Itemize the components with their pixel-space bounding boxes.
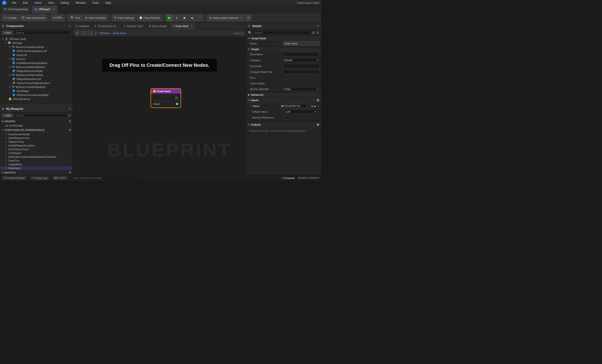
tree-item-widgetright[interactable]: 🔷 WidgetInteractionRight bbox=[0, 69, 73, 73]
graph-tab-drawhand[interactable]: ƒ Draw Hand ✕ bbox=[170, 22, 196, 30]
content-drawer-button[interactable]: ⊞ Content Drawer bbox=[2, 176, 27, 180]
details-close[interactable]: ✕ bbox=[317, 24, 319, 28]
func-constructionscript[interactable]: ƒ ConstructionScript bbox=[0, 132, 73, 136]
compile-button[interactable]: ✔ Compile bbox=[2, 15, 19, 21]
tree-item-niagara[interactable]: ✨ TeleportTraceNiagaraSystem bbox=[0, 81, 73, 85]
func-teleporttrace[interactable]: ƒ TeleportTrace bbox=[0, 140, 73, 144]
tree-item-vrnotifications[interactable]: 🔔 VRNotifications bbox=[0, 97, 73, 101]
menu-tools[interactable]: Tools bbox=[91, 1, 100, 5]
components-close[interactable]: ✕ bbox=[68, 24, 71, 28]
tab-vrtemplatemap[interactable]: 🗺 VRTemplateMap bbox=[1, 6, 32, 13]
functions-section-header[interactable]: ▼ FUNCTIONS (25 OVERRIDABLE) ⊕ bbox=[0, 128, 73, 132]
menu-asset[interactable]: Asset bbox=[33, 1, 43, 5]
tree-item-vrpawn[interactable]: ▼ 👤 VRPawn (Self) bbox=[0, 37, 73, 41]
category-select[interactable]: Default ▼ bbox=[283, 58, 319, 62]
menu-debug[interactable]: Debug bbox=[59, 1, 70, 5]
stop-button[interactable]: ⏹ bbox=[181, 15, 188, 21]
breadcrumb-current[interactable]: Draw Hand bbox=[113, 32, 126, 34]
menu-file[interactable]: File bbox=[10, 1, 18, 5]
tree-item-mcrightaim[interactable]: ▼ 🎮 MotionControllerRightAim bbox=[0, 65, 73, 69]
screenshot-button[interactable]: 📷 Take Screenshot bbox=[20, 15, 47, 21]
tree-item-handright[interactable]: 🔷 HandRight bbox=[0, 89, 73, 93]
menu-view[interactable]: View bbox=[47, 1, 55, 5]
class-settings-button[interactable]: ⚙ Class Settings bbox=[112, 15, 136, 21]
inputs-add-button[interactable]: ⊕ bbox=[317, 98, 319, 102]
class-defaults-button[interactable]: 📋 Class Defaults bbox=[137, 15, 162, 21]
pass-by-ref-checkbox[interactable] bbox=[285, 116, 288, 119]
graph-section-header[interactable]: ▼ Graph bbox=[246, 47, 321, 52]
pure-checkbox[interactable] bbox=[283, 76, 286, 79]
name-input[interactable] bbox=[283, 41, 319, 46]
components-search-input[interactable] bbox=[14, 31, 71, 35]
cmd-button[interactable]: ⌨ Cmd ▾ bbox=[52, 176, 68, 180]
functions-add-button[interactable]: ⊕ bbox=[69, 128, 71, 131]
inputs-section-header[interactable]: ▼ Inputs ⊕ bbox=[246, 97, 321, 103]
output-log-button[interactable]: ≡ Output Log bbox=[30, 176, 49, 180]
keywords-input[interactable] bbox=[283, 64, 319, 68]
diff-button[interactable]: ⇄ Diff ▾ bbox=[51, 15, 64, 21]
func-tryteleport[interactable]: ƒ TryTeleport bbox=[0, 151, 73, 155]
tree-item-mcrightgrip[interactable]: ▼ 🎮 MotionControllerRightGrip bbox=[0, 85, 73, 89]
extra-play-options[interactable]: ⋯ bbox=[196, 15, 203, 21]
hide-unrelated-button[interactable]: 👁 Hide Unrelated bbox=[83, 15, 108, 21]
tab-vrpawn[interactable]: 🔵 VRPawn* ✕ bbox=[32, 6, 58, 13]
outputs-add-button[interactable]: ⊕ bbox=[317, 123, 319, 127]
func-isvalidteleportlocation[interactable]: ƒ IsValidTeleportLocation bbox=[0, 144, 73, 148]
drawhand-tab-close[interactable]: ✕ bbox=[191, 25, 193, 27]
details-search-input[interactable] bbox=[253, 31, 311, 35]
call-in-editor-checkbox[interactable] bbox=[283, 82, 286, 85]
func-snapturn[interactable]: ƒ SnapTurn bbox=[0, 159, 73, 162]
default-value-select[interactable]: Left ▼ bbox=[285, 110, 317, 114]
advanced-section-header[interactable]: ▶ Advanced bbox=[246, 92, 321, 97]
my-blueprint-search-input[interactable] bbox=[14, 113, 67, 118]
func-endteleporttrace[interactable]: ƒ EndTeleportTrace bbox=[0, 148, 73, 151]
tab-vrpawn-close[interactable]: ✕ bbox=[53, 8, 55, 11]
details-view-toggle[interactable]: ⊞ bbox=[312, 31, 315, 34]
bp-node-drawhand[interactable]: Draw Hand ▷ Hand bbox=[150, 88, 181, 108]
components-add-button[interactable]: + Add bbox=[2, 31, 13, 35]
exec-out-pin[interactable]: ▷ bbox=[153, 96, 178, 99]
tree-item-mcleftaim[interactable]: ▼ 🎮 MotionControllerLeftAim bbox=[0, 73, 73, 77]
graphs-add-button[interactable]: ⊕ bbox=[69, 120, 71, 123]
tree-item-widgetleft[interactable]: 🔷 WidgetInteractionLeft bbox=[0, 77, 73, 81]
outputs-section-header[interactable]: ▼ Outputs ⊕ bbox=[246, 122, 321, 128]
revision-control-label[interactable]: Revision Control ▾ bbox=[298, 176, 319, 179]
tree-item-handleft[interactable]: 🔷 HandLeft bbox=[0, 53, 73, 57]
graph-node-section-header[interactable]: ▼ Graph Node bbox=[246, 36, 321, 41]
graph-tab-construction[interactable]: ƒ Construction Sc... bbox=[92, 22, 121, 30]
hand-type-select[interactable]: EController Ha... ▼ bbox=[280, 104, 309, 108]
graph-tab-eventgraph[interactable]: ⊞ Event Graph bbox=[146, 22, 170, 30]
my-blueprint-close[interactable]: ✕ bbox=[68, 107, 71, 110]
compact-node-title-input[interactable] bbox=[283, 70, 319, 74]
access-specifier-select[interactable]: Public ▼ bbox=[283, 87, 319, 91]
macros-add-button[interactable]: ⊕ bbox=[69, 171, 71, 174]
my-blueprint-add-button[interactable]: + Add bbox=[2, 113, 13, 118]
graph-tab-teleport[interactable]: ƒ Teleport Trace bbox=[121, 22, 146, 30]
breadcrumb-root[interactable]: VRPawn bbox=[99, 32, 109, 34]
func-startteleporttrace[interactable]: ƒ StartTeleportTrace bbox=[0, 136, 73, 140]
func-drawhand[interactable]: ƒ DrawHand bbox=[0, 166, 73, 170]
breadcrumb-dropdown[interactable]: ▾ bbox=[75, 31, 79, 35]
menu-window[interactable]: Window bbox=[74, 1, 87, 5]
console-input[interactable] bbox=[71, 176, 141, 180]
nav-back[interactable]: ← bbox=[80, 31, 86, 35]
tree-item-camera[interactable]: ▼ 📷 Camera bbox=[0, 57, 73, 61]
debug-extra-button[interactable]: ⊟ bbox=[245, 15, 251, 21]
macros-section-header[interactable]: ▶ MACROS ⊕ bbox=[0, 170, 73, 175]
tree-item-vrorigin[interactable]: ▼ 📦 VROrigin bbox=[0, 41, 73, 45]
pause-button[interactable]: ⏸ bbox=[173, 15, 180, 21]
func-getgrabcomponent[interactable]: ƒ GetGrabComponentNearMotionController bbox=[0, 155, 73, 159]
tree-item-hmd[interactable]: 🔷 HeadMountedDisplayMesh bbox=[0, 61, 73, 65]
details-settings-icon[interactable]: ⚙ bbox=[316, 31, 319, 34]
eject-button[interactable]: ⏏ bbox=[189, 15, 195, 21]
graphs-section-header[interactable]: ▶ GRAPHS ⊕ bbox=[0, 119, 73, 124]
settings-icon[interactable]: ⚙ bbox=[68, 114, 71, 117]
func-togglemenu[interactable]: ƒ ToggleMenu bbox=[0, 162, 73, 166]
find-button[interactable]: 🔍 Find bbox=[69, 15, 82, 21]
menu-edit[interactable]: Edit bbox=[22, 1, 29, 5]
hand-pin[interactable]: Hand bbox=[153, 103, 178, 105]
hand-delete-button[interactable]: ✕ bbox=[317, 104, 319, 108]
tree-item-mcleftgrip[interactable]: ▼ 🎮 MotionControllerLeftGrip bbox=[0, 45, 73, 49]
graph-canvas[interactable]: Drag Off Pins to Create/Connect New Node… bbox=[73, 37, 246, 175]
tree-item-xrright[interactable]: 🔷 XRDeviceVisualizationRight bbox=[0, 93, 73, 97]
